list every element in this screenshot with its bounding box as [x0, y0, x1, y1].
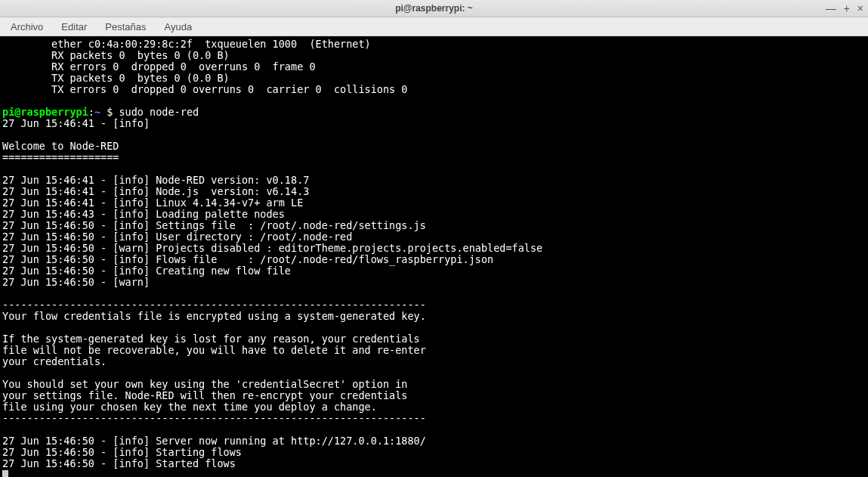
menu-editar[interactable]: Editar [58, 20, 90, 34]
menu-pestanas[interactable]: Pestañas [102, 20, 149, 34]
window-controls: — + × [826, 0, 863, 17]
close-button[interactable]: × [857, 3, 863, 14]
window-titlebar: pi@raspberrypi: ~ — + × [0, 0, 868, 17]
maximize-button[interactable]: + [844, 3, 850, 14]
window-title: pi@raspberrypi: ~ [0, 3, 868, 14]
menu-ayuda[interactable]: Ayuda [162, 20, 196, 34]
minimize-button[interactable]: — [826, 3, 836, 14]
terminal-output[interactable]: ether c0:4a:00:29:8c:2f txqueuelen 1000 … [0, 36, 868, 477]
menu-bar: Archivo Editar Pestañas Ayuda [0, 17, 868, 36]
menu-archivo[interactable]: Archivo [8, 20, 46, 34]
